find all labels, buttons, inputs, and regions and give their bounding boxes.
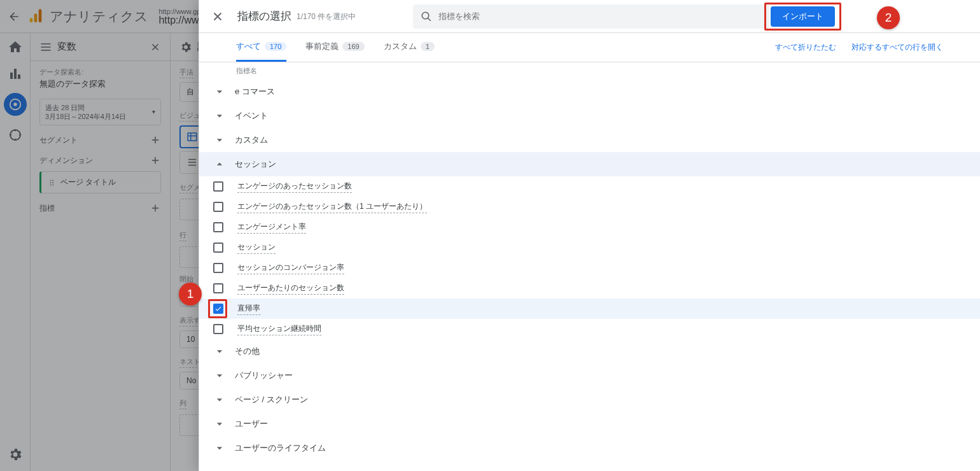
metric-item[interactable]: 平均セッション継続時間 xyxy=(199,319,980,339)
chevron-up-icon xyxy=(213,158,226,171)
tab-label: 事前定義 xyxy=(305,41,339,52)
metric-list[interactable]: e コマースイベントカスタムセッションエンゲージのあったセッション数エンゲージの… xyxy=(199,80,980,471)
collapse-all-link[interactable]: すべて折りたたむ xyxy=(775,42,836,53)
metric-checkbox[interactable] xyxy=(213,263,223,273)
metric-group-label: パブリッシャー xyxy=(235,370,293,381)
annotation-1: 1 xyxy=(179,283,202,306)
import-button-wrap: インポート xyxy=(769,5,836,28)
metric-item[interactable]: 直帰率 xyxy=(199,299,980,319)
metric-checkbox[interactable] xyxy=(213,324,223,334)
metric-item[interactable]: セッションのコンバージョン率 xyxy=(199,258,980,278)
metric-group[interactable]: ユーザー xyxy=(199,412,980,436)
search-icon xyxy=(421,11,432,22)
chevron-down-icon xyxy=(213,134,226,146)
tab-すべて[interactable]: すべて170 xyxy=(236,33,286,62)
metric-group-label: イベント xyxy=(235,110,268,122)
metric-item[interactable]: ユーザーあたりのセッション数 xyxy=(199,278,980,299)
metric-item-label: エンゲージのあったセッション数（1 ユーザーあたり） xyxy=(237,201,427,213)
metric-item-label: ユーザーあたりのセッション数 xyxy=(237,283,344,295)
chevron-down-icon xyxy=(213,393,226,406)
metric-group[interactable]: ユーザーのライフタイム xyxy=(199,436,980,460)
tab-カスタム[interactable]: カスタム1 xyxy=(384,33,435,62)
metric-group-label: セッション xyxy=(235,158,276,170)
metric-item[interactable]: エンゲージのあったセッション数（1 ユーザーあたり） xyxy=(199,197,980,217)
metric-group[interactable]: ページ / スクリーン xyxy=(199,388,980,412)
annotation-2: 2 xyxy=(877,6,900,29)
modal-subtitle: 1/170 件を選択中 xyxy=(297,10,356,22)
chevron-down-icon xyxy=(213,369,226,382)
highlight-box-checkbox xyxy=(208,299,227,318)
modal-header: 指標の選択 1/170 件を選択中 インポート xyxy=(199,0,980,33)
chevron-down-icon xyxy=(213,345,226,358)
metric-checkbox[interactable] xyxy=(213,202,223,212)
metric-item-label: セッション xyxy=(237,242,276,254)
expand-all-link[interactable]: 対応するすべての行を開く xyxy=(851,42,943,53)
chevron-down-icon xyxy=(213,85,226,98)
metric-checkbox[interactable] xyxy=(213,243,223,253)
chevron-down-icon xyxy=(213,109,226,122)
metric-checkbox[interactable] xyxy=(213,283,223,293)
metric-picker-modal: 指標の選択 1/170 件を選択中 インポート すべて170事前定義169カスタ… xyxy=(199,0,980,471)
metric-group[interactable]: カスタム xyxy=(199,128,980,152)
scrim xyxy=(0,0,199,471)
metric-group-label: ページ / スクリーン xyxy=(235,394,308,405)
metric-group-label: ユーザー xyxy=(235,418,268,430)
tab-事前定義[interactable]: 事前定義169 xyxy=(305,33,364,62)
metric-group-label: e コマース xyxy=(235,86,275,97)
close-modal-icon[interactable] xyxy=(211,10,225,24)
metric-checkbox[interactable] xyxy=(213,181,223,192)
chevron-down-icon xyxy=(213,442,226,454)
metric-group[interactable]: イベント xyxy=(199,104,980,128)
tab-count-badge: 170 xyxy=(265,42,286,51)
metric-group-label: その他 xyxy=(235,346,260,357)
modal-tabs: すべて170事前定義169カスタム1 すべて折りたたむ 対応するすべての行を開く xyxy=(199,33,980,62)
tab-count-badge: 169 xyxy=(342,42,364,51)
metric-group-label: カスタム xyxy=(235,134,268,146)
metric-item-label: エンゲージのあったセッション数 xyxy=(237,181,352,193)
tabs-right-actions: すべて折りたたむ 対応するすべての行を開く xyxy=(775,42,943,53)
modal-title: 指標の選択 xyxy=(237,9,291,24)
metric-search-input[interactable] xyxy=(438,11,762,21)
metric-item[interactable]: セッション xyxy=(199,237,980,258)
metric-search[interactable] xyxy=(413,4,769,29)
tab-label: すべて xyxy=(236,41,261,52)
highlight-box-import xyxy=(764,3,841,31)
metric-item-label: 平均セッション継続時間 xyxy=(237,323,321,335)
metric-group[interactable]: パブリッシャー xyxy=(199,363,980,388)
metric-group[interactable]: e コマース xyxy=(199,80,980,104)
metric-item-label: 直帰率 xyxy=(237,303,260,315)
metric-item-label: エンゲージメント率 xyxy=(237,221,306,234)
metric-checkbox[interactable] xyxy=(213,222,223,232)
tab-count-badge: 1 xyxy=(421,42,435,51)
column-header-name: 指標名 xyxy=(199,62,980,80)
metric-group[interactable]: セッション xyxy=(199,152,980,176)
metric-item[interactable]: エンゲージのあったセッション数 xyxy=(199,176,980,197)
metric-group-label: ユーザーのライフタイム xyxy=(235,442,326,454)
metric-item[interactable]: エンゲージメント率 xyxy=(199,217,980,237)
tab-label: カスタム xyxy=(384,41,417,52)
metric-item-label: セッションのコンバージョン率 xyxy=(237,262,344,274)
chevron-down-icon xyxy=(213,418,226,430)
metric-group[interactable]: その他 xyxy=(199,339,980,363)
